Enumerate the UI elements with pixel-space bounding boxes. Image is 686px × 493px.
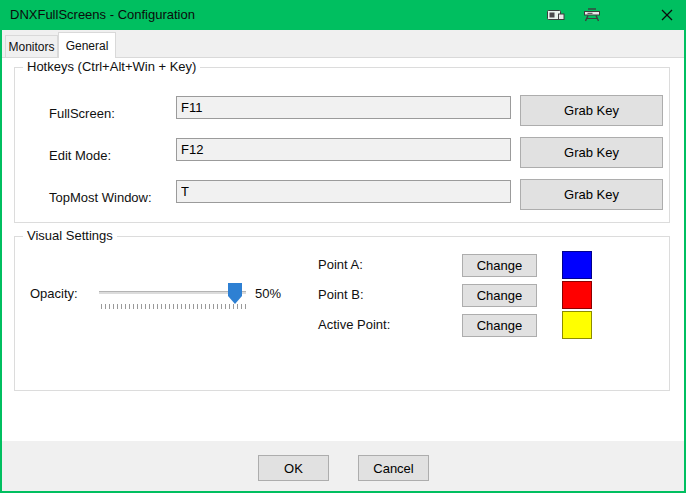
point-b-label: Point B: <box>318 287 364 302</box>
point-a-label: Point A: <box>318 257 363 272</box>
active-point-label: Active Point: <box>318 317 390 332</box>
fullscreen-hotkey-input[interactable] <box>176 96 511 119</box>
cancel-button[interactable]: Cancel <box>358 455 429 481</box>
ok-button[interactable]: OK <box>258 455 329 481</box>
visual-settings-group-title: Visual Settings <box>23 228 117 243</box>
device-icon[interactable] <box>546 7 566 23</box>
fullscreen-label: FullScreen: <box>49 106 115 121</box>
point-a-change-button[interactable]: Change <box>462 254 537 277</box>
footer-bar: OK Cancel <box>2 441 684 491</box>
topmost-window-grab-key-button[interactable]: Grab Key <box>520 179 663 210</box>
bench-icon[interactable] <box>582 7 602 23</box>
tab-strip: Monitors General <box>2 30 684 57</box>
tab-general[interactable]: General <box>58 32 116 58</box>
opacity-slider-track[interactable] <box>99 291 246 294</box>
fullscreen-grab-key-button[interactable]: Grab Key <box>520 95 663 126</box>
configuration-window: DNXFullScreens - Configuration <box>0 0 686 493</box>
active-point-color-swatch <box>562 311 592 339</box>
point-b-change-button[interactable]: Change <box>462 284 537 307</box>
hotkeys-group-title: Hotkeys (Ctrl+Alt+Win + Key) <box>23 59 200 74</box>
edit-mode-hotkey-input[interactable] <box>176 138 511 161</box>
hotkeys-groupbox: Hotkeys (Ctrl+Alt+Win + Key) FullScreen:… <box>14 67 670 223</box>
opacity-value: 50% <box>255 286 281 301</box>
opacity-label: Opacity: <box>30 286 78 301</box>
general-tab-page: Hotkeys (Ctrl+Alt+Win + Key) FullScreen:… <box>2 57 684 441</box>
opacity-slider-ticks <box>101 304 246 309</box>
point-b-color-swatch <box>562 281 592 309</box>
point-a-color-swatch <box>562 251 592 279</box>
topmost-window-label: TopMost Window: <box>49 190 152 205</box>
edit-mode-label: Edit Mode: <box>49 148 111 163</box>
tab-general-label: General <box>66 39 109 53</box>
window-title: DNXFullScreens - Configuration <box>10 7 195 22</box>
edit-mode-grab-key-button[interactable]: Grab Key <box>520 137 663 168</box>
titlebar: DNXFullScreens - Configuration <box>0 0 686 30</box>
topmost-window-hotkey-input[interactable] <box>176 180 511 203</box>
tab-monitors[interactable]: Monitors <box>5 35 58 57</box>
active-point-change-button[interactable]: Change <box>462 314 537 337</box>
close-icon[interactable] <box>658 6 676 24</box>
tab-monitors-label: Monitors <box>8 40 54 54</box>
